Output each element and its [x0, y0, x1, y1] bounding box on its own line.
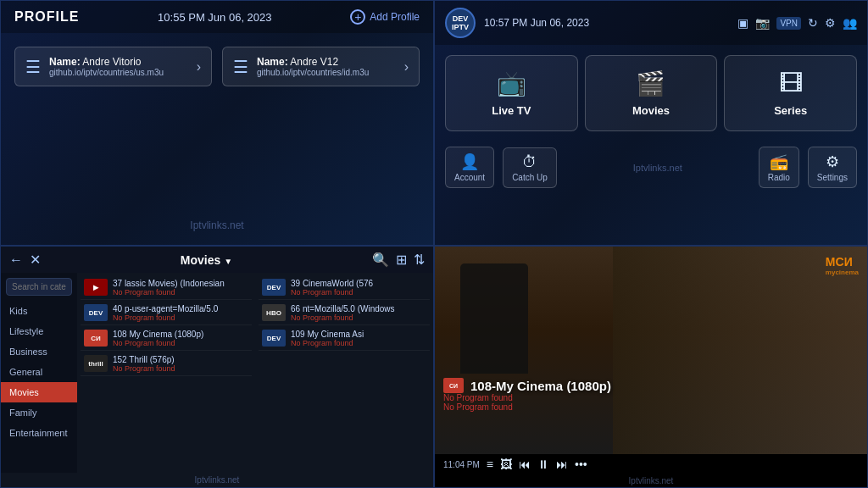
- sidebar-item-general[interactable]: General: [1, 362, 77, 382]
- channel-item[interactable]: DEV 39 CinemaWorld (576 No Program found: [259, 276, 430, 300]
- profile-watermark: Iptvlinks.net: [190, 219, 243, 231]
- movies-watermark: Iptvlinks.net: [1, 473, 433, 487]
- profile-list-icon-2: ☰: [233, 57, 248, 77]
- settings-label: Settings: [817, 173, 848, 182]
- nav-settings[interactable]: ⚙ Settings: [808, 147, 857, 188]
- search-button[interactable]: 🔍: [372, 252, 389, 268]
- sidebar-item-kids[interactable]: Kids: [1, 301, 77, 321]
- radio-label: Radio: [768, 173, 790, 182]
- video-figure: [460, 263, 528, 374]
- nav-catchup[interactable]: ⏱ Catch Up: [503, 147, 557, 188]
- profile-card-1[interactable]: ☰ Name: Andre Vitorio github.io/iptv/cou…: [14, 47, 212, 86]
- profile-title: PROFILE: [14, 9, 79, 25]
- profile-datetime: 10:55 PM Jun 06, 2023: [158, 11, 271, 24]
- main-panel: DEVIPTV 10:57 PM Jun 06, 2023 ▣ 📷 VPN ↻ …: [434, 0, 868, 246]
- profile-panel: PROFILE 10:55 PM Jun 06, 2023 + Add Prof…: [0, 0, 434, 246]
- movies-content: Kids Lifestyle Business General Movies F…: [1, 273, 433, 473]
- channel-item[interactable]: ▶ 37 lassic Movies) (Indonesian No Progr…: [81, 276, 252, 300]
- nav-movies[interactable]: 🎬 Movies: [585, 55, 718, 131]
- add-icon: +: [350, 9, 365, 25]
- search-box: [1, 273, 77, 301]
- category-search-input[interactable]: [6, 278, 72, 296]
- profile-list-icon: ☰: [25, 57, 41, 77]
- skip-next-button[interactable]: ⏭: [556, 458, 568, 471]
- profile-card-info-1: Name: Andre Vitorio github.io/iptv/count…: [49, 56, 188, 77]
- video-watermark: Iptvlinks.net: [435, 474, 867, 487]
- sidebar-item-lifestyle[interactable]: Lifestyle: [1, 321, 77, 341]
- sidebar-item-business[interactable]: Business: [1, 341, 77, 362]
- series-label: Series: [774, 104, 807, 117]
- profile-card-name-2: Name: Andre V12: [257, 56, 396, 68]
- back-button[interactable]: ←: [9, 252, 23, 268]
- movies-toolbar: ← ✕ Movies ▼ 🔍 ⊞ ⇅: [1, 247, 433, 273]
- profile-cards: ☰ Name: Andre Vitorio github.io/iptv/cou…: [1, 33, 433, 100]
- nav-account[interactable]: 👤 Account: [445, 147, 494, 188]
- cast-icon[interactable]: ▣: [737, 16, 748, 30]
- profile-header: PROFILE 10:55 PM Jun 06, 2023 + Add Prof…: [1, 1, 433, 33]
- livetv-icon: 📺: [497, 69, 526, 97]
- camera-icon[interactable]: 📷: [755, 16, 770, 30]
- header-icons: ▣ 📷 VPN ↻ ⚙ 👥: [737, 16, 857, 30]
- channel-item[interactable]: thrill 152 Thrill (576p) No Program foun…: [81, 352, 252, 376]
- toolbar-right: 🔍 ⊞ ⇅: [372, 252, 425, 268]
- channel-name-overlay: 108-My Cinema (1080p): [470, 379, 611, 393]
- no-program-1: No Program found: [443, 393, 859, 402]
- main-watermark-bottom: Iptvlinks.net: [565, 163, 750, 173]
- account-label: Account: [454, 173, 485, 182]
- sidebar-item-entertainment[interactable]: Entertainment: [1, 423, 77, 443]
- account-icon: 👤: [460, 152, 479, 171]
- profile-card-2[interactable]: ☰ Name: Andre V12 github.io/iptv/countri…: [222, 47, 420, 86]
- refresh-icon[interactable]: ↻: [808, 16, 818, 30]
- screenshot-button[interactable]: 🖼: [500, 458, 512, 471]
- radio-icon: 📻: [770, 152, 788, 171]
- channel-item[interactable]: DEV 40 p-user-agent=Mozilla/5.0 No Progr…: [81, 302, 252, 325]
- video-scene: МСИ mycinema СИ 108-My Cinema (1080p) No…: [435, 247, 867, 454]
- sidebar-item-family[interactable]: Family: [1, 402, 77, 423]
- playback-time: 11:04 PM: [443, 460, 480, 469]
- add-profile-button[interactable]: + Add Profile: [350, 9, 420, 25]
- movies-icon: 🎬: [636, 69, 665, 97]
- catchup-icon: ⏱: [522, 153, 537, 171]
- series-icon: 🎞: [779, 69, 803, 97]
- nav-grid: 📺 Live TV 🎬 Movies 🎞 Series: [435, 45, 867, 141]
- profile-card-info-2: Name: Andre V12 github.io/iptv/countries…: [257, 56, 396, 77]
- filter-button[interactable]: ⇅: [414, 252, 425, 268]
- vpn-icon[interactable]: VPN: [776, 17, 801, 30]
- users-icon[interactable]: 👥: [843, 16, 857, 30]
- sidebar-item-movies[interactable]: Movies: [1, 382, 77, 402]
- close-button[interactable]: ✕: [30, 252, 41, 268]
- playlist-button[interactable]: ≡: [487, 458, 493, 471]
- more-button[interactable]: •••: [575, 458, 587, 471]
- movies-panel: ← ✕ Movies ▼ 🔍 ⊞ ⇅ Kids Lifestyle Busine…: [0, 246, 434, 488]
- nav-livetv[interactable]: 📺 Live TV: [445, 55, 578, 131]
- profile-card-url-2: github.io/iptv/countries/id.m3u: [257, 68, 396, 77]
- video-channel-logo: МСИ mycinema: [826, 255, 859, 276]
- settings-icon[interactable]: ⚙: [825, 16, 836, 30]
- channel-list-right: DEV 39 CinemaWorld (576 No Program found…: [255, 273, 433, 473]
- video-area: МСИ mycinema СИ 108-My Cinema (1080p) No…: [435, 247, 867, 454]
- livetv-label: Live TV: [492, 104, 531, 117]
- channel-item[interactable]: HBO 66 nt=Mozilla/5.0 (Windows No Progra…: [259, 302, 430, 325]
- video-bg-room: [613, 247, 867, 454]
- profile-card-name-1: Name: Andre Vitorio: [49, 56, 188, 68]
- pause-button[interactable]: ⏸: [537, 458, 549, 471]
- chevron-right-icon-2: ›: [404, 59, 409, 75]
- main-header: DEVIPTV 10:57 PM Jun 06, 2023 ▣ 📷 VPN ↻ …: [435, 1, 867, 45]
- chevron-right-icon: ›: [197, 59, 201, 75]
- add-profile-label: Add Profile: [370, 11, 420, 23]
- channel-list-left: ▶ 37 lassic Movies) (Indonesian No Progr…: [77, 273, 255, 473]
- channel-item[interactable]: DEV 109 My Cinema Asi No Program found: [259, 327, 430, 351]
- bottom-nav: 👤 Account ⏱ Catch Up Iptvlinks.net 📻 Rad…: [435, 141, 867, 193]
- channel-item[interactable]: СИ 108 My Cinema (1080p) No Program foun…: [81, 327, 252, 351]
- video-panel: МСИ mycinema СИ 108-My Cinema (1080p) No…: [434, 246, 868, 488]
- movies-label: Movies: [632, 104, 670, 117]
- catchup-label: Catch Up: [512, 173, 548, 182]
- nav-series[interactable]: 🎞 Series: [724, 55, 857, 131]
- app-logo: DEVIPTV: [445, 8, 476, 38]
- nav-radio[interactable]: 📻 Radio: [759, 147, 799, 188]
- sidebar-nav: Kids Lifestyle Business General Movies F…: [1, 273, 77, 473]
- main-datetime: 10:57 PM Jun 06, 2023: [484, 17, 729, 29]
- grid-button[interactable]: ⊞: [396, 252, 407, 268]
- video-controls: 11:04 PM ≡ 🖼 ⏮ ⏸ ⏭ •••: [435, 454, 867, 474]
- skip-prev-button[interactable]: ⏮: [519, 458, 531, 471]
